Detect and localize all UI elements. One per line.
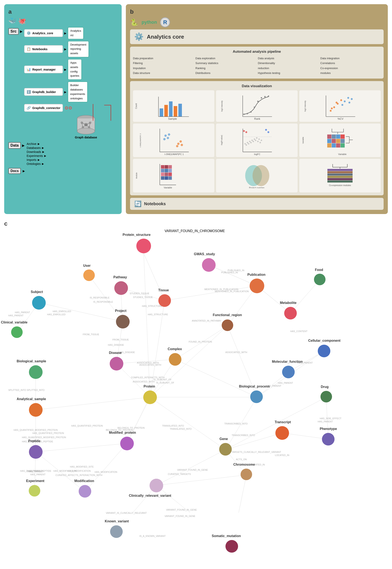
svg-point-73 [257, 141, 259, 142]
svg-text:HAS_CONTENT: HAS_CONTENT [290, 330, 308, 332]
edge-label-curated-affects: CURATED_AFFECTS_INTERACTION_WITH [56, 474, 102, 476]
svg-text:TRANSCRIBED_INTO: TRANSCRIBED_INTO [224, 422, 248, 425]
svg-rect-114 [165, 176, 168, 180]
node-label-phenotype: Phenotype [320, 427, 337, 431]
edge-label-has-enrolled: HAS_ENROLLED [47, 313, 66, 316]
svg-rect-88 [332, 135, 336, 139]
node-gene [219, 443, 232, 456]
docs-label[interactable]: Docs [8, 168, 21, 174]
scurve-y-label: log2 intensity [221, 100, 223, 112]
svg-point-25 [247, 113, 248, 114]
data-item-ontologies-arrow: ▶ [42, 162, 44, 165]
node-functional-region [222, 319, 233, 331]
edge-label-quant-peptide: HAS_QUANTIFIED_PEPTIDE [22, 440, 53, 443]
svg-rect-108 [165, 169, 168, 172]
node-label-gwas: GWAS_study [194, 252, 215, 256]
item-arrow-3: ▶ [64, 68, 67, 71]
svg-rect-107 [161, 169, 164, 172]
svg-text:Project overlap: Project overlap [249, 187, 265, 188]
svg-point-77 [265, 129, 267, 131]
analytics-core-label: Analytics_core [32, 31, 53, 35]
svg-line-163 [85, 443, 127, 492]
tsne-chart-cell: t-SNE|UMAP|PC 2 [133, 123, 214, 157]
bar-chart-y-label: Count [135, 103, 137, 109]
node-label-publication: Publication [248, 273, 266, 277]
data-item-downloads[interactable]: Downloads [27, 150, 41, 153]
data-item-ontologies[interactable]: Ontologies [27, 162, 41, 165]
svg-point-74 [260, 142, 261, 143]
svg-point-52 [168, 133, 170, 135]
node-label-protein: Protein [144, 385, 155, 388]
svg-point-31 [268, 95, 269, 97]
edge-label-translated-into: TRANSLATED_INTO [170, 428, 192, 430]
svg-text:STUDIES_TISSUE: STUDIES_TISSUE [130, 292, 149, 295]
svg-rect-19 [174, 106, 177, 117]
node-label-modified-protein: Modified_protein [109, 431, 136, 434]
edge-label-has-modified-site: HAS_MODIFIED_SITE [54, 470, 77, 472]
volcano-chart-cell: -log(P.value) [216, 123, 297, 157]
svg-point-65 [256, 137, 258, 139]
svg-point-51 [163, 138, 166, 140]
svg-point-55 [176, 145, 178, 147]
edge-label-associated-1: ASSOCIATED_WITH [140, 364, 161, 366]
analytics-core-box: ⚙️ Analytics core [130, 30, 384, 44]
svg-text:HAS_PARENT: HAS_PARENT [15, 311, 30, 314]
node-label-drug: Drug [321, 385, 329, 389]
node-complex [169, 353, 182, 366]
edge-label-has-parent-1: HAS_PARENT [8, 314, 24, 317]
data-item-archive[interactable]: Archive [27, 142, 37, 146]
svg-point-36 [333, 106, 335, 108]
scatter-chart-cell: log2 intensity [299, 90, 381, 122]
edge-label-is-known-variant: IS_A_KNOWN_VARIANT [140, 535, 166, 537]
scurve-chart-cell: log2 intensity [216, 90, 297, 122]
svg-rect-18 [169, 101, 173, 117]
svg-rect-95 [327, 143, 331, 148]
svg-rect-115 [168, 176, 172, 180]
node-publication [250, 279, 264, 293]
svg-rect-109 [168, 169, 172, 172]
svg-point-41 [331, 107, 333, 109]
edge-label-is-subunit: IS_SUBUNIT_OF [156, 381, 174, 384]
edge-label-has-parent-4: HAS_PARENT [30, 473, 46, 476]
svg-point-30 [264, 96, 266, 97]
graphdb-connector-label: Graphdb_connector [32, 106, 60, 110]
node-food [314, 274, 325, 285]
data-item-imports-arrow: ▶ [38, 158, 40, 161]
data-item-downloads-arrow: ▶ [42, 150, 44, 153]
edge-label-variant-found-gene: VARIANT_FOUND_IN_GENE [177, 469, 208, 471]
edge-label-variant-chromosome: VARIANT_FOUND_IN_CHROMOSOME [165, 229, 225, 233]
panel-b-header: 🐍 python R [130, 17, 384, 27]
heatmap-y-label: Variable [302, 137, 304, 143]
data-label: Data [8, 142, 21, 149]
edge-label-variant-clinically: VARIANT_IS_CLINICALLY_RELEVANT [106, 512, 147, 514]
node-clinical-variable [11, 326, 23, 338]
node-gwas [202, 258, 216, 272]
svg-rect-97 [336, 143, 340, 148]
node-somatic-mutation [225, 540, 238, 553]
svg-point-66 [258, 138, 260, 140]
data-item-databases[interactable]: Databases [27, 146, 41, 150]
edge-label-has-parent-drug: HAS_PARENT [318, 420, 333, 423]
svg-text:Sample: Sample [168, 117, 177, 120]
svg-rect-127 [327, 171, 352, 173]
node-label-known-variant: Known_variant [105, 519, 129, 523]
coexpr-chart-cell: Co-expression modules [299, 159, 381, 192]
report-manager-label: Report_manager [32, 68, 56, 71]
svg-point-43 [348, 102, 350, 103]
analytics-core-title: Analytics core [147, 34, 184, 40]
heatmap-chart-cell: Variable [299, 123, 381, 157]
data-item-experiments[interactable]: Experiments [27, 154, 43, 158]
edge-label-transcribed-into: TRANSCRIBED_INTO [232, 434, 255, 436]
svg-point-35 [330, 110, 332, 112]
dataviz-title: Data visualization [133, 84, 381, 88]
node-clinically-relevant-variant [150, 479, 163, 492]
svg-point-61 [247, 142, 248, 143]
graphdb-connector-item: 🔗 Graphdb_connector [24, 104, 63, 112]
svg-text:TRANSLATED_INTO: TRANSLATED_INTO [162, 424, 184, 427]
node-label-disease: Disease [109, 351, 122, 355]
svg-text:Co-expression modules: Co-expression modules [329, 184, 351, 187]
svg-text:HAS_QUANTIFIED_PROTEIN: HAS_QUANTIFIED_PROTEIN [71, 424, 103, 427]
svg-point-39 [344, 100, 346, 102]
data-item-imports[interactable]: Imports [27, 158, 37, 162]
pipeline-col-4: Data integrationCorrelationsCo-expressio… [320, 56, 381, 76]
